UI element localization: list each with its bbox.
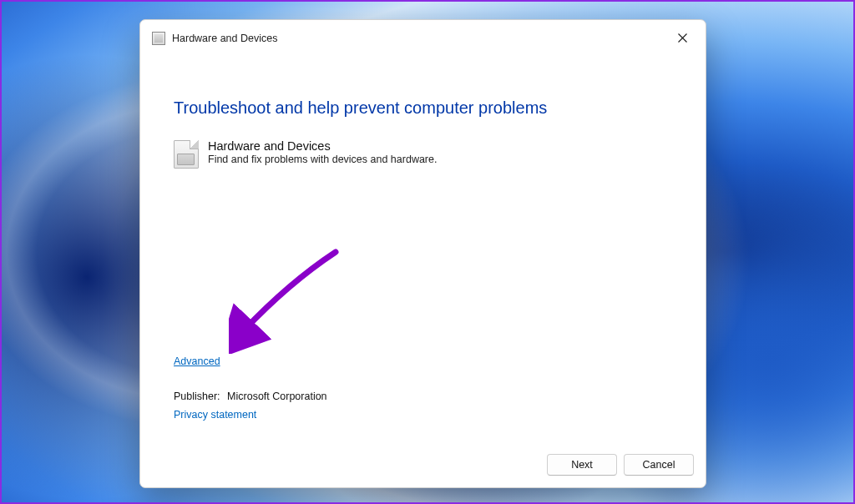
troubleshooter-description: Find and fix problems with devices and h… [208,154,437,165]
button-bar: Next Cancel [140,444,706,487]
publisher-value: Microsoft Corporation [227,391,327,402]
advanced-link[interactable]: Advanced [174,355,220,367]
publisher-label: Publisher: [174,391,220,402]
cancel-button[interactable]: Cancel [624,454,694,476]
dialog-content: Troubleshoot and help prevent computer p… [140,57,706,444]
titlebar: Hardware and Devices [140,20,706,57]
troubleshooter-item: Hardware and Devices Find and fix proble… [174,139,672,169]
close-button[interactable] [664,25,701,50]
next-button[interactable]: Next [547,454,617,476]
publisher-row: Publisher: Microsoft Corporation [174,391,327,402]
close-icon [678,33,687,43]
window-title: Hardware and Devices [172,33,277,44]
troubleshooter-dialog: Hardware and Devices Troubleshoot and he… [139,19,706,488]
app-icon [152,32,165,45]
hardware-icon [174,140,199,169]
privacy-statement-link[interactable]: Privacy statement [174,409,256,421]
troubleshooter-title: Hardware and Devices [208,139,437,153]
page-heading: Troubleshoot and help prevent computer p… [174,98,672,118]
